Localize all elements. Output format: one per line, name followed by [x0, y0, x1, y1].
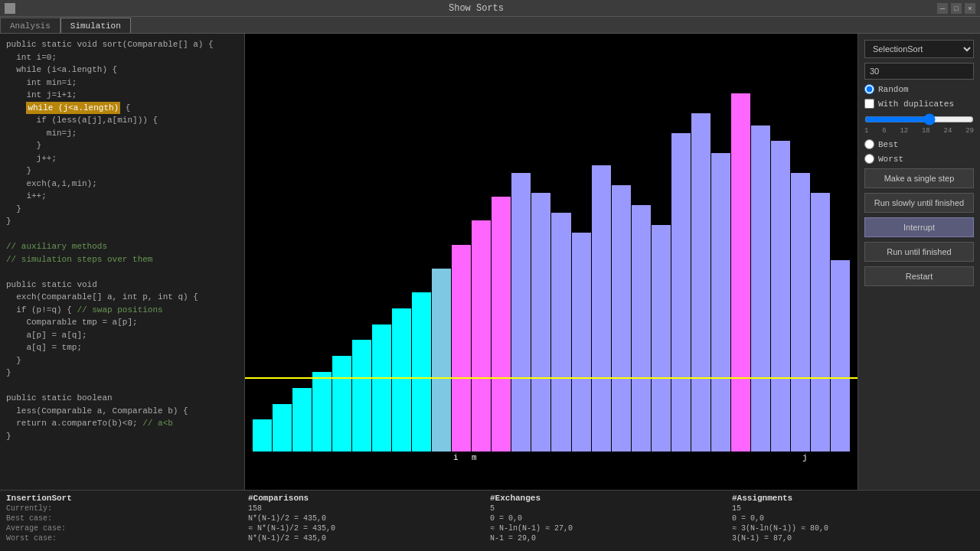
bar-21 — [671, 133, 691, 452]
random-radio[interactable] — [864, 84, 874, 94]
with-duplicates-text: With duplicates — [878, 99, 954, 109]
interrupt-button[interactable]: Interrupt — [864, 217, 974, 237]
bar-0 — [253, 419, 272, 452]
bar-12 — [492, 197, 511, 452]
run-until-finished-button[interactable]: Run until finished — [864, 242, 974, 262]
code-line-4: int j=i+1; — [6, 89, 238, 102]
code-line-0: public static void sort(Comparable[] a) … — [6, 38, 238, 51]
bar-13 — [511, 173, 531, 452]
comparisons-currently: 158 — [248, 504, 482, 513]
assignments-header: #Assignments — [732, 494, 966, 503]
close-button[interactable]: × — [965, 3, 975, 14]
exchanges-currently: 5 — [490, 504, 724, 513]
marker-i: i — [453, 453, 459, 462]
marker-j: j — [802, 453, 808, 462]
bar-8 — [412, 292, 431, 452]
code-line-9: j++; — [6, 152, 238, 165]
stats-sort-name-col: InsertionSort Currently: Best case: Aver… — [6, 494, 248, 548]
num-elements-input[interactable] — [864, 63, 974, 80]
bar-11 — [472, 220, 491, 452]
code-line-7: min=j; — [6, 127, 238, 140]
slider-labels: 1 6 12 18 24 29 — [864, 127, 974, 135]
highlighted-code: while (j<a.length) — [26, 102, 120, 115]
code-line-8: } — [6, 139, 238, 152]
code-line-20: a[p] = a[q]; — [6, 329, 238, 342]
bar-23 — [711, 153, 730, 452]
bar-25 — [751, 126, 770, 452]
with-duplicates-label[interactable]: With duplicates — [864, 99, 974, 109]
bar-3 — [312, 372, 332, 452]
bar-10 — [452, 245, 471, 452]
bar-26 — [771, 141, 790, 452]
distribution-radio-group: Random — [864, 84, 974, 94]
bar-20 — [652, 225, 671, 452]
code-line-1: int i=0; — [6, 51, 238, 64]
code-line-15 — [6, 228, 238, 241]
code-line-17: exch(Comparable[] a, int p, int q) { — [6, 291, 238, 304]
code-line-25: less(Comparable a, Comparable b) { — [6, 405, 238, 418]
stats-exchanges-col: #Exchanges 5 0 = 0,0 ≈ N-ln(N-1) ≈ 27,0 … — [490, 494, 732, 548]
tab-analysis[interactable]: Analysis — [0, 18, 60, 33]
worst-radio[interactable] — [864, 154, 874, 164]
bar-4 — [332, 356, 351, 452]
marker-m: m — [472, 453, 477, 462]
code-line-2: while (i<a.length) { — [6, 64, 238, 77]
code-line-21: a[q] = tmp; — [6, 341, 238, 354]
code-line-19: Comparable tmp = a[p]; — [6, 316, 238, 329]
sort-name-label: InsertionSort — [6, 494, 240, 503]
worst-radio-label[interactable]: Worst — [864, 154, 974, 164]
worst-case-label: Worst case: — [6, 534, 240, 543]
worst-label: Worst — [878, 155, 903, 164]
bar-29 — [831, 260, 850, 452]
code-line-10: } — [6, 165, 238, 178]
code-comment-1: // auxiliary methods — [6, 240, 238, 253]
average-case-label: Average case: — [6, 524, 240, 533]
speed-slider[interactable] — [864, 113, 974, 126]
bar-9 — [432, 269, 451, 452]
code-line-blank2 — [6, 380, 238, 393]
best-radio[interactable] — [864, 139, 874, 149]
bar-2 — [292, 388, 312, 452]
bar-5 — [352, 340, 371, 452]
exchanges-worst: N-1 = 29,0 — [490, 534, 724, 543]
random-label: Random — [878, 85, 909, 94]
exchanges-best: 0 = 0,0 — [490, 514, 724, 523]
run-slowly-button[interactable]: Run slowly until finished — [864, 193, 974, 213]
bar-6 — [372, 324, 391, 452]
main-content: public static void sort(Comparable[] a) … — [0, 34, 980, 490]
best-radio-label[interactable]: Best — [864, 139, 974, 149]
sort-algorithm-select[interactable]: SelectionSortInsertionSortBubbleSortMerg… — [864, 40, 974, 58]
comparisons-header: #Comparisons — [248, 494, 482, 503]
random-radio-label[interactable]: Random — [864, 84, 974, 94]
currently-label: Currently: — [6, 504, 240, 513]
speed-slider-container: 1 6 12 18 24 29 — [864, 113, 974, 135]
code-line-5: while (j<a.length) { — [6, 102, 238, 115]
minimize-button[interactable]: ─ — [937, 3, 948, 14]
code-line-26: return a.compareTo(b)<0; // a<b — [6, 417, 238, 430]
exchanges-header: #Exchanges — [490, 494, 724, 503]
stats-comparisons-col: #Comparisons 158 N*(N-1)/2 = 435,0 ≈ N*(… — [248, 494, 490, 548]
assignments-currently: 15 — [732, 504, 966, 513]
bar-19 — [632, 205, 651, 452]
assignments-average: ≈ 3(N-ln(N-1)) ≈ 80,0 — [732, 524, 966, 533]
code-line-27: } — [6, 430, 238, 443]
stats-assignments-col: #Assignments 15 0 = 0,0 ≈ 3(N-ln(N-1)) ≈… — [732, 494, 974, 548]
bar-24 — [731, 93, 750, 452]
tab-simulation[interactable]: Simulation — [60, 18, 131, 33]
slider-label-12: 12 — [900, 127, 908, 135]
single-step-button[interactable]: Make a single step — [864, 168, 974, 188]
right-panel: SelectionSortInsertionSortBubbleSortMerg… — [858, 34, 980, 490]
assignments-best: 0 = 0,0 — [732, 514, 966, 523]
restart-button[interactable]: Restart — [864, 266, 974, 286]
maximize-button[interactable]: □ — [951, 3, 962, 14]
slider-label-29: 29 — [965, 127, 974, 135]
bar-28 — [811, 193, 830, 452]
with-duplicates-checkbox[interactable] — [864, 99, 874, 109]
bar-1 — [273, 404, 292, 452]
assignments-worst: 3(N-1) = 87,0 — [732, 534, 966, 543]
bar-22 — [691, 113, 710, 452]
comparisons-best: N*(N-1)/2 = 435,0 — [248, 514, 482, 523]
code-line-22: } — [6, 354, 238, 367]
code-line-13: } — [6, 203, 238, 216]
best-label: Best — [878, 140, 898, 149]
